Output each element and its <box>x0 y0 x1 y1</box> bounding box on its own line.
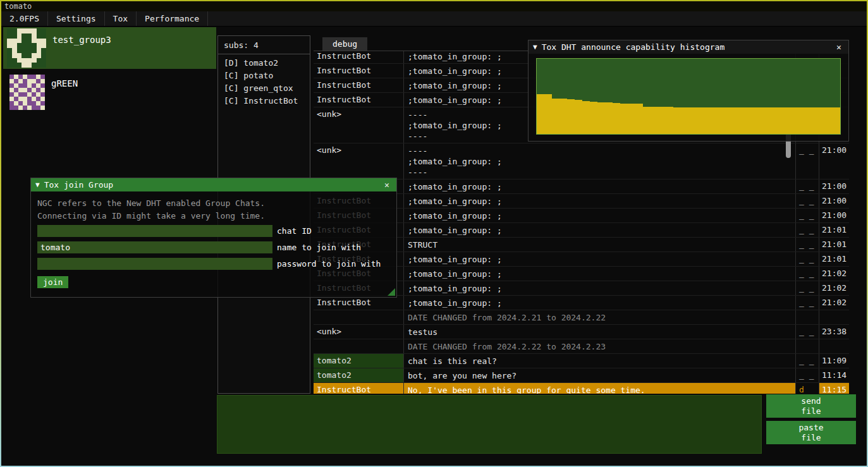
subs-member[interactable]: [C] potato <box>218 69 310 82</box>
chat-row[interactable]: InstructBotNo, I've been in this group f… <box>314 383 849 394</box>
chat-time: 11:15 <box>819 383 849 394</box>
chat-time: 11:14 <box>819 368 849 382</box>
subs-header: subs: 4 <box>218 36 310 54</box>
chat-sender <box>314 310 404 324</box>
menu-item-tox[interactable]: Tox <box>105 11 137 26</box>
chat-sender: InstructBot <box>314 51 404 63</box>
chat-row[interactable]: <unk>---- ;tomato_in_group: ; ----_ _21:… <box>314 143 849 179</box>
chat-status: _ _ <box>796 267 819 281</box>
chat-sender: InstructBot <box>314 383 404 394</box>
sidebar-item-green[interactable]: gREEN <box>3 71 216 112</box>
join-button[interactable]: join <box>37 276 68 288</box>
chat-status: _ _ <box>796 143 819 179</box>
histogram-bar <box>817 107 825 134</box>
chat-message: ;tomato_in_group: ; <box>404 252 796 266</box>
chat-status: _ _ <box>796 325 819 339</box>
histogram-bar <box>734 107 742 134</box>
chat-message: STRUCT <box>404 238 796 252</box>
chat-status: _ _ <box>796 209 819 222</box>
sidebar-item-test-group3[interactable]: test_group3 <box>3 27 216 69</box>
subs-list: [D] tomato2[C] potato[C] green_qtox[C] I… <box>218 54 310 107</box>
group-name: gREEN <box>51 71 78 112</box>
send-file-button[interactable]: send file <box>766 394 856 418</box>
histogram-bar <box>802 107 810 134</box>
subs-member[interactable]: [C] green_qtox <box>218 82 310 94</box>
subs-member[interactable]: [C] InstructBot <box>218 94 310 107</box>
menu-item-performance[interactable]: Performance <box>137 11 208 26</box>
chat-status: _ _ <box>796 179 819 193</box>
join-group-dialog: ▼ Tox join Group ✕ NGC refers to the New… <box>30 178 397 298</box>
group-avatar-icon <box>9 75 45 110</box>
chat-time <box>819 339 849 353</box>
chat-sender: InstructBot <box>314 296 404 310</box>
chat-row[interactable]: tomato2bot, are you new here?_ _11:14 <box>314 368 849 383</box>
chat-status: _ _ <box>796 194 819 208</box>
histogram-bar <box>772 107 779 134</box>
histogram-bar <box>613 103 620 134</box>
chat-sender <box>314 339 404 353</box>
dht-histogram-titlebar[interactable]: ▼ Tox DHT announce capability histogram … <box>529 40 848 54</box>
password-to-join-with-input[interactable] <box>37 258 272 270</box>
chat-message: ;tomato_in_group: ; <box>404 281 796 295</box>
resize-grip[interactable] <box>388 288 395 296</box>
histogram-bar <box>567 99 575 134</box>
name-to-join-with-label: name to join with <box>277 243 361 252</box>
chat-time: 21:01 <box>819 252 849 266</box>
histogram-bar <box>666 107 673 134</box>
tab-debug[interactable]: debug <box>322 37 367 51</box>
histogram-bar <box>582 101 590 134</box>
group-name: test_group3 <box>52 27 111 69</box>
chat-row[interactable]: DATE CHANGED from 2024.2.22 to 2024.2.23 <box>314 339 849 354</box>
chat-message: ;tomato_in_group: ; <box>404 267 796 281</box>
chat-message: ;tomato_in_group: ; <box>404 179 796 193</box>
histogram-bar <box>559 99 567 134</box>
group-sidebar: test_group3gREEN <box>3 27 216 114</box>
histogram-bar <box>825 107 833 134</box>
histogram-bar <box>628 104 635 134</box>
chat-row[interactable]: tomato2chat is this real?_ _11:09 <box>314 354 849 368</box>
collapse-arrow-icon[interactable]: ▼ <box>533 43 537 51</box>
histogram-bar <box>575 100 582 134</box>
chat-row[interactable]: <unk>testus_ _23:38 <box>314 325 849 339</box>
name-to-join-with-input[interactable]: tomato <box>37 241 272 253</box>
chat-message: ;tomato_in_group: ; <box>404 209 796 222</box>
join-group-titlebar[interactable]: ▼ Tox join Group ✕ <box>31 178 396 191</box>
chat-time: 21:00 <box>819 179 849 193</box>
chat-row[interactable]: InstructBot;tomato_in_group: ;_ _21:02 <box>314 296 849 310</box>
subs-member[interactable]: [D] tomato2 <box>218 56 310 69</box>
chat-time: 21:02 <box>819 296 849 310</box>
histogram-bar <box>719 107 726 134</box>
message-composer[interactable] <box>217 395 762 454</box>
histogram-bar <box>643 107 651 134</box>
join-field-row: chat ID <box>37 225 396 237</box>
chat-status: _ _ <box>796 354 819 368</box>
chat-row[interactable]: DATE CHANGED from 2024.2.21 to 2024.2.22 <box>314 310 849 325</box>
histogram-bar <box>688 107 696 134</box>
chat-status: _ _ <box>796 223 819 237</box>
chat-message: ;tomato_in_group: ; <box>404 296 796 310</box>
histogram-bar <box>757 107 764 134</box>
window-frame: tomato 2.0FPSSettingsToxPerformance test… <box>0 0 868 467</box>
paste-file-button[interactable]: paste file <box>766 421 856 444</box>
join-group-fields: chat IDtomatoname to join withpassword t… <box>31 225 396 270</box>
chat-message: bot, are you new here? <box>404 368 796 382</box>
app-background: tomato 2.0FPSSettingsToxPerformance test… <box>1 1 867 466</box>
chat-time: 21:00 <box>819 143 849 179</box>
chat-sender: InstructBot <box>314 64 404 78</box>
menu-item-settings[interactable]: Settings <box>48 11 105 26</box>
chat-id-input[interactable] <box>37 225 272 237</box>
join-info-line: NGC refers to the New DHT enabled Group … <box>37 197 390 210</box>
histogram-bar <box>726 107 734 134</box>
histogram-bar <box>537 94 544 134</box>
window-title: tomato <box>4 2 32 11</box>
chat-message: testus <box>404 325 796 339</box>
close-icon[interactable]: ✕ <box>834 42 844 52</box>
window-titlebar[interactable]: tomato <box>1 1 867 11</box>
collapse-arrow-icon[interactable]: ▼ <box>35 181 40 189</box>
close-icon[interactable]: ✕ <box>382 180 392 190</box>
histogram-bar <box>590 102 597 134</box>
chat-status <box>796 310 819 324</box>
chat-status: _ _ <box>796 296 819 310</box>
chat-time <box>819 310 849 324</box>
chat-status: _ _ <box>796 368 819 382</box>
